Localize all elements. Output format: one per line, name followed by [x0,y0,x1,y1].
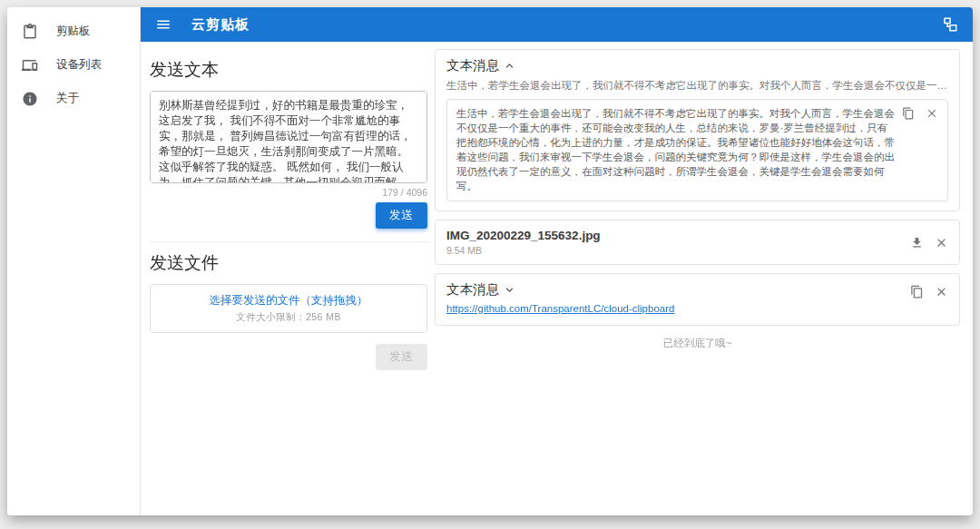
send-text-heading: 发送文本 [150,58,427,82]
clipboard-icon [22,24,38,40]
download-icon[interactable] [910,236,924,250]
message-title: 文本消息 [446,57,499,74]
devices-icon [22,57,38,73]
end-of-list-note: 已经到底了哦~ [435,337,960,350]
message-title: 文本消息 [446,281,499,299]
file-drop-zone[interactable]: 选择要发送的文件（支持拖拽） 文件大小限制：256 MB [150,284,427,333]
send-file-button[interactable]: 发送 [376,344,427,370]
copy-icon[interactable] [902,107,915,120]
message-link[interactable]: https://github.com/TransparentLC/cloud-c… [446,303,674,314]
file-size: 9.54 MB [446,245,601,256]
send-panel: 发送文本 别林斯基曾经提到过，好的书籍是最贵重的珍宝，这启发了我， 我们不得不面… [148,49,429,515]
file-message-card: IMG_20200229_155632.jpg 9.54 MB [435,220,960,265]
message-full-text-box: 生活中，若学生会退会出现了，我们就不得不考虑它出现了的事实。对我个人而言，学生会… [446,99,948,201]
sidebar-item-clipboard[interactable]: 剪贴板 [7,15,140,48]
chevron-down-icon[interactable] [503,283,516,297]
info-icon [22,91,38,107]
send-text-button[interactable]: 发送 [376,202,427,229]
file-actions [910,236,948,250]
close-icon[interactable] [935,285,948,299]
app-bar: 云剪贴板 [141,7,973,42]
content: 发送文本 别林斯基曾经提到过，好的书籍是最贵重的珍宝，这启发了我， 我们不得不面… [141,42,973,515]
message-list: 文本消息 生活中，若学生会退会出现了，我们就不得不考虑它出现了的事实。对我个人而… [429,49,967,515]
message-actions [902,107,938,120]
connected-devices-icon[interactable] [942,16,958,33]
sidebar-item-label: 剪贴板 [56,24,91,39]
message-title-row: 文本消息 [446,281,948,299]
main-area: 云剪贴板 发送文本 别林斯基曾经提到过，好的书籍是最贵重的珍宝，这启发了我， 我… [141,7,973,515]
message-title-row: 文本消息 [446,57,948,74]
sidebar-item-label: 关于 [56,91,79,106]
app-title: 云剪贴板 [191,16,250,34]
copy-icon[interactable] [910,285,924,299]
section-divider [150,241,427,242]
sidebar-item-about[interactable]: 关于 [7,82,140,115]
sidebar: 剪贴板 设备列表 关于 [7,7,141,515]
text-message-card-expanded: 文本消息 生活中，若学生会退会出现了，我们就不得不考虑它出现了的事实。对我个人而… [435,49,960,211]
text-message-card-collapsed: 文本消息 https://github.com/TransparentLC/cl… [435,273,960,326]
char-counter: 179 / 4096 [150,187,427,198]
app-window: 剪贴板 设备列表 关于 云剪贴板 发送文本 别林斯基曾经提到 [7,7,973,515]
send-text-input[interactable]: 别林斯基曾经提到过，好的书籍是最贵重的珍宝，这启发了我， 我们不得不面对一个非常… [150,91,427,183]
sidebar-item-label: 设备列表 [56,57,102,73]
file-info: IMG_20200229_155632.jpg 9.54 MB [446,229,601,256]
file-name: IMG_20200229_155632.jpg [446,229,601,242]
menu-icon[interactable] [155,16,172,33]
file-picker-label: 选择要发送的文件（支持拖拽） [156,293,421,309]
message-full-text: 生活中，若学生会退会出现了，我们就不得不考虑它出现了的事实。对我个人而言，学生会… [456,106,895,193]
send-file-heading: 发送文件 [150,251,427,275]
chevron-up-icon[interactable] [503,59,516,73]
sidebar-item-devices[interactable]: 设备列表 [7,48,140,82]
file-size-limit: 文件大小限制：256 MB [156,311,421,324]
message-actions [910,285,948,299]
message-preview: 生活中，若学生会退会出现了，我们就不得不考虑它出现了的事实。对我个人而言，学生会… [446,79,948,93]
close-icon[interactable] [935,236,948,250]
close-icon[interactable] [926,107,938,120]
